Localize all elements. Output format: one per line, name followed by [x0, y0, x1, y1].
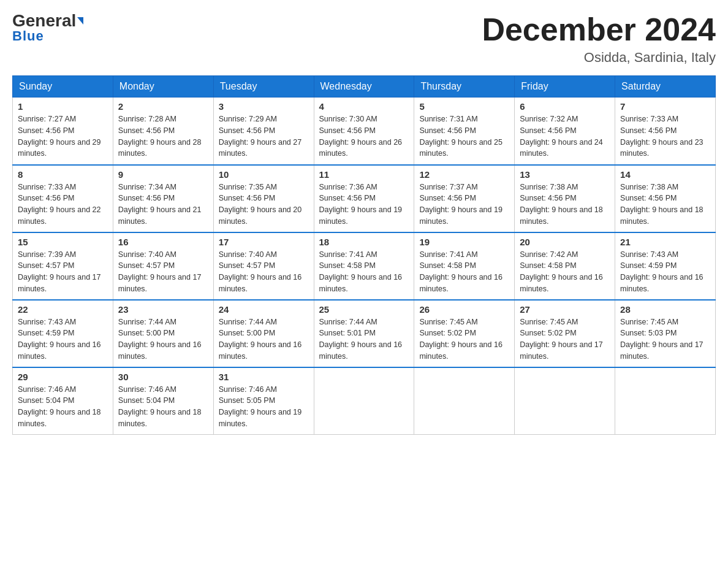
table-row: 4 Sunrise: 7:30 AMSunset: 4:56 PMDayligh… [314, 98, 414, 165]
col-saturday: Saturday [615, 76, 716, 98]
table-row: 31 Sunrise: 7:46 AMSunset: 5:05 PMDaylig… [213, 367, 314, 435]
table-row: 9 Sunrise: 7:34 AMSunset: 4:56 PMDayligh… [113, 165, 213, 232]
day-number: 29 [18, 372, 108, 382]
day-number: 3 [219, 101, 309, 112]
day-number: 21 [620, 237, 710, 247]
day-detail: Sunrise: 7:33 AMSunset: 4:56 PMDaylight:… [620, 113, 710, 159]
table-row: 2 Sunrise: 7:28 AMSunset: 4:56 PMDayligh… [113, 98, 213, 165]
table-row [615, 367, 716, 435]
day-number: 23 [118, 304, 208, 315]
day-number: 11 [319, 169, 409, 180]
table-row: 30 Sunrise: 7:46 AMSunset: 5:04 PMDaylig… [113, 367, 213, 435]
day-number: 9 [118, 169, 208, 180]
table-row: 13 Sunrise: 7:38 AMSunset: 4:56 PMDaylig… [515, 165, 615, 232]
table-row: 22 Sunrise: 7:43 AMSunset: 4:59 PMDaylig… [13, 300, 113, 367]
table-row: 18 Sunrise: 7:41 AMSunset: 4:58 PMDaylig… [314, 232, 414, 300]
day-number: 2 [118, 101, 208, 112]
day-number: 4 [319, 101, 409, 112]
table-row: 27 Sunrise: 7:45 AMSunset: 5:02 PMDaylig… [515, 300, 615, 367]
day-number: 16 [118, 237, 208, 247]
table-row [515, 367, 615, 435]
day-detail: Sunrise: 7:28 AMSunset: 4:56 PMDaylight:… [118, 113, 208, 159]
title-area: December 2024 Osidda, Sardinia, Italy [482, 12, 716, 66]
day-detail: Sunrise: 7:45 AMSunset: 5:02 PMDaylight:… [520, 316, 610, 362]
table-row: 29 Sunrise: 7:46 AMSunset: 5:04 PMDaylig… [13, 367, 113, 435]
table-row: 5 Sunrise: 7:31 AMSunset: 4:56 PMDayligh… [414, 98, 515, 165]
table-row: 17 Sunrise: 7:40 AMSunset: 4:57 PMDaylig… [213, 232, 314, 300]
table-row: 14 Sunrise: 7:38 AMSunset: 4:56 PMDaylig… [615, 165, 716, 232]
day-number: 10 [219, 169, 309, 180]
calendar-week-row: 8 Sunrise: 7:33 AMSunset: 4:56 PMDayligh… [13, 165, 716, 232]
day-number: 7 [620, 101, 710, 112]
day-detail: Sunrise: 7:34 AMSunset: 4:56 PMDaylight:… [118, 182, 208, 228]
calendar-week-row: 15 Sunrise: 7:39 AMSunset: 4:57 PMDaylig… [13, 232, 716, 300]
day-number: 5 [419, 101, 509, 112]
table-row [314, 367, 414, 435]
day-number: 24 [219, 304, 309, 315]
day-detail: Sunrise: 7:41 AMSunset: 4:58 PMDaylight:… [319, 249, 409, 295]
day-number: 1 [18, 101, 108, 112]
day-detail: Sunrise: 7:36 AMSunset: 4:56 PMDaylight:… [319, 182, 409, 228]
day-number: 31 [219, 372, 309, 382]
location-title: Osidda, Sardinia, Italy [482, 50, 716, 66]
table-row: 21 Sunrise: 7:43 AMSunset: 4:59 PMDaylig… [615, 232, 716, 300]
table-row: 24 Sunrise: 7:44 AMSunset: 5:00 PMDaylig… [213, 300, 314, 367]
day-detail: Sunrise: 7:44 AMSunset: 5:00 PMDaylight:… [219, 316, 309, 362]
day-detail: Sunrise: 7:43 AMSunset: 4:59 PMDaylight:… [620, 249, 710, 295]
day-number: 6 [520, 101, 610, 112]
day-detail: Sunrise: 7:27 AMSunset: 4:56 PMDaylight:… [18, 113, 108, 159]
day-detail: Sunrise: 7:41 AMSunset: 4:58 PMDaylight:… [419, 249, 509, 295]
table-row: 20 Sunrise: 7:42 AMSunset: 4:58 PMDaylig… [515, 232, 615, 300]
day-number: 27 [520, 304, 610, 315]
col-sunday: Sunday [13, 76, 113, 98]
table-row: 6 Sunrise: 7:32 AMSunset: 4:56 PMDayligh… [515, 98, 615, 165]
day-detail: Sunrise: 7:40 AMSunset: 4:57 PMDaylight:… [118, 249, 208, 295]
logo-triangle-icon [77, 17, 83, 25]
day-number: 20 [520, 237, 610, 247]
day-detail: Sunrise: 7:35 AMSunset: 4:56 PMDaylight:… [219, 182, 309, 228]
day-detail: Sunrise: 7:37 AMSunset: 4:56 PMDaylight:… [419, 182, 509, 228]
calendar-week-row: 22 Sunrise: 7:43 AMSunset: 4:59 PMDaylig… [13, 300, 716, 367]
day-number: 28 [620, 304, 710, 315]
day-number: 14 [620, 169, 710, 180]
col-friday: Friday [515, 76, 615, 98]
table-row [414, 367, 515, 435]
day-number: 17 [219, 237, 309, 247]
day-detail: Sunrise: 7:31 AMSunset: 4:56 PMDaylight:… [419, 113, 509, 159]
logo-blue: Blue [12, 28, 44, 44]
col-thursday: Thursday [414, 76, 515, 98]
header: General Blue December 2024 Osidda, Sardi… [12, 12, 716, 66]
col-monday: Monday [113, 76, 213, 98]
table-row: 3 Sunrise: 7:29 AMSunset: 4:56 PMDayligh… [213, 98, 314, 165]
table-row: 28 Sunrise: 7:45 AMSunset: 5:03 PMDaylig… [615, 300, 716, 367]
day-number: 12 [419, 169, 509, 180]
table-row: 25 Sunrise: 7:44 AMSunset: 5:01 PMDaylig… [314, 300, 414, 367]
day-number: 25 [319, 304, 409, 315]
table-row: 26 Sunrise: 7:45 AMSunset: 5:02 PMDaylig… [414, 300, 515, 367]
day-number: 13 [520, 169, 610, 180]
day-detail: Sunrise: 7:38 AMSunset: 4:56 PMDaylight:… [620, 182, 710, 228]
calendar-table: Sunday Monday Tuesday Wednesday Thursday… [12, 75, 716, 435]
day-detail: Sunrise: 7:42 AMSunset: 4:58 PMDaylight:… [520, 249, 610, 295]
table-row: 8 Sunrise: 7:33 AMSunset: 4:56 PMDayligh… [13, 165, 113, 232]
table-row: 1 Sunrise: 7:27 AMSunset: 4:56 PMDayligh… [13, 98, 113, 165]
logo-general: General [12, 11, 76, 30]
table-row: 12 Sunrise: 7:37 AMSunset: 4:56 PMDaylig… [414, 165, 515, 232]
day-detail: Sunrise: 7:29 AMSunset: 4:56 PMDaylight:… [219, 113, 309, 159]
col-wednesday: Wednesday [314, 76, 414, 98]
day-detail: Sunrise: 7:33 AMSunset: 4:56 PMDaylight:… [18, 182, 108, 228]
table-row: 16 Sunrise: 7:40 AMSunset: 4:57 PMDaylig… [113, 232, 213, 300]
table-row: 7 Sunrise: 7:33 AMSunset: 4:56 PMDayligh… [615, 98, 716, 165]
day-number: 30 [118, 372, 208, 382]
day-detail: Sunrise: 7:45 AMSunset: 5:03 PMDaylight:… [620, 316, 710, 362]
calendar-header-row: Sunday Monday Tuesday Wednesday Thursday… [13, 76, 716, 98]
day-number: 8 [18, 169, 108, 180]
day-detail: Sunrise: 7:30 AMSunset: 4:56 PMDaylight:… [319, 113, 409, 159]
day-detail: Sunrise: 7:46 AMSunset: 5:04 PMDaylight:… [118, 384, 208, 430]
day-number: 19 [419, 237, 509, 247]
day-detail: Sunrise: 7:39 AMSunset: 4:57 PMDaylight:… [18, 249, 108, 295]
day-detail: Sunrise: 7:45 AMSunset: 5:02 PMDaylight:… [419, 316, 509, 362]
day-detail: Sunrise: 7:38 AMSunset: 4:56 PMDaylight:… [520, 182, 610, 228]
day-detail: Sunrise: 7:44 AMSunset: 5:01 PMDaylight:… [319, 316, 409, 362]
day-detail: Sunrise: 7:44 AMSunset: 5:00 PMDaylight:… [118, 316, 208, 362]
